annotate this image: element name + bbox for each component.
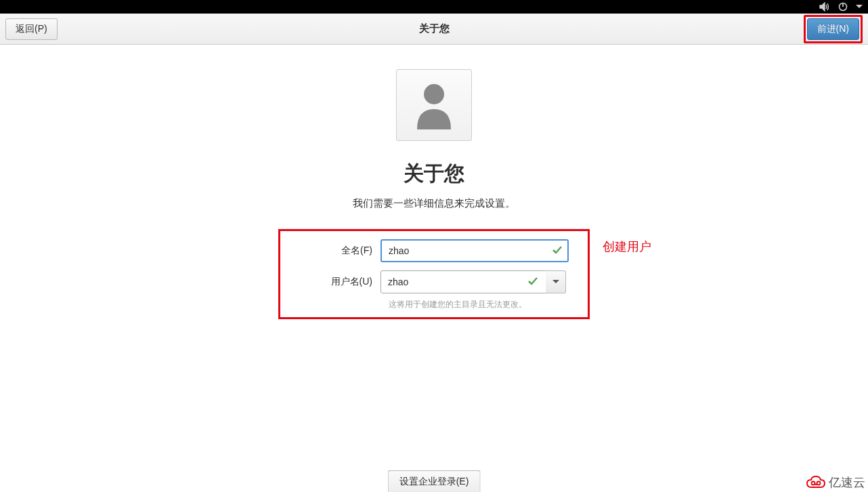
chevron-down-icon xyxy=(552,280,559,284)
username-help-text: 这将用于创建您的主目录且无法更改。 xyxy=(389,299,576,310)
volume-icon[interactable] xyxy=(819,2,830,12)
enterprise-login-button[interactable]: 设置企业登录(E) xyxy=(388,470,481,492)
sub-heading: 我们需要一些详细信息来完成设置。 xyxy=(353,197,515,210)
system-top-bar xyxy=(0,0,868,14)
menu-down-icon[interactable] xyxy=(856,5,863,9)
username-row: 用户名(U) xyxy=(292,270,576,293)
svg-point-2 xyxy=(424,84,444,104)
username-label: 用户名(U) xyxy=(292,276,381,288)
main-content: 关于您 我们需要一些详细信息来完成设置。 全名(F) 用户名(U) xyxy=(0,45,868,319)
watermark: 亿速云 xyxy=(806,474,865,491)
main-heading: 关于您 xyxy=(404,160,464,188)
check-icon xyxy=(552,245,562,257)
username-input-group xyxy=(381,270,566,293)
user-form-highlight: 全名(F) 用户名(U) 这将用 xyxy=(278,229,590,319)
forward-highlight-box: 前进(N) xyxy=(804,15,863,43)
header-bar: 返回(P) 关于您 前进(N) xyxy=(0,14,868,45)
avatar-picker[interactable] xyxy=(396,69,472,141)
check-icon xyxy=(528,276,538,288)
fullname-input-group xyxy=(381,239,569,262)
user-avatar-icon xyxy=(413,81,455,129)
watermark-text: 亿速云 xyxy=(829,474,865,491)
footer-button-wrapper: 设置企业登录(E) xyxy=(388,470,481,492)
power-icon[interactable] xyxy=(838,2,848,12)
fullname-label: 全名(F) xyxy=(292,245,381,257)
annotation-create-user: 创建用户 xyxy=(603,239,651,255)
fullname-row: 全名(F) xyxy=(292,239,576,262)
username-input[interactable] xyxy=(381,270,547,293)
username-dropdown-button[interactable] xyxy=(546,270,566,293)
forward-button[interactable]: 前进(N) xyxy=(807,18,859,40)
back-button[interactable]: 返回(P) xyxy=(5,18,58,40)
fullname-input[interactable] xyxy=(381,239,569,262)
cloud-logo-icon xyxy=(806,475,826,490)
page-title: 关于您 xyxy=(419,22,450,35)
